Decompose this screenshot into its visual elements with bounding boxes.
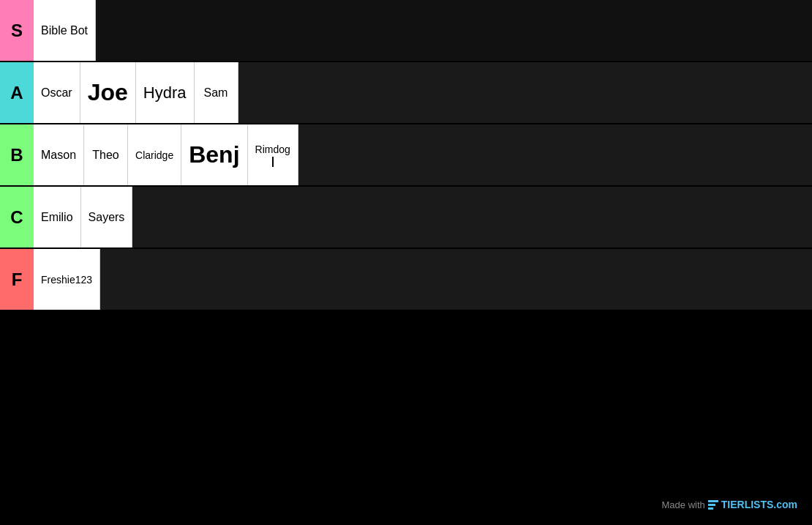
tier-item-rimdog[interactable]: Rimdog [248,124,298,185]
tier-item-mason[interactable]: Mason [34,124,84,185]
tier-item-joe[interactable]: Joe [80,62,136,123]
watermark: Made with TIERLISTS.com [662,499,797,510]
watermark-bars-icon [708,500,718,510]
tier-item-bible-bot[interactable]: Bible Bot [34,0,96,61]
tier-content-s: Bible Bot [34,0,812,61]
tier-content-f: Freshie123 [34,249,812,310]
watermark-text: Made with [662,499,705,510]
tier-content-b: MasonTheoClaridgeBenjRimdog [34,124,812,185]
tier-content-a: OscarJoeHydraSam [34,62,812,123]
tier-row-b: BMasonTheoClaridgeBenjRimdog [0,124,812,187]
tier-item-oscar[interactable]: Oscar [34,62,80,123]
tier-item-sayers[interactable]: Sayers [81,187,133,247]
tier-item-emilio[interactable]: Emilio [34,187,81,247]
tier-label-f: F [0,249,34,310]
tier-row-a: AOscarJoeHydraSam [0,62,812,124]
tier-row-c: CEmilioSayers [0,187,812,249]
tier-item-theo[interactable]: Theo [84,124,128,185]
tier-item-hydra[interactable]: Hydra [136,62,195,123]
watermark-brand: TIERLISTS.com [721,499,797,510]
tier-row-f: FFreshie123 [0,249,812,311]
tier-item-freshie123[interactable]: Freshie123 [34,249,100,310]
tier-item-benj[interactable]: Benj [181,124,247,185]
tier-row-s: SBible Bot [0,0,812,62]
tier-item-sam[interactable]: Sam [195,62,238,123]
tier-label-b: B [0,124,34,185]
tier-label-c: C [0,187,34,247]
tier-content-c: EmilioSayers [34,187,812,247]
text-cursor-icon [272,157,274,167]
tier-list: SBible BotAOscarJoeHydraSamBMasonTheoCla… [0,0,812,311]
tier-label-a: A [0,62,34,123]
tier-label-s: S [0,0,34,61]
tier-item-claridge[interactable]: Claridge [128,124,181,185]
